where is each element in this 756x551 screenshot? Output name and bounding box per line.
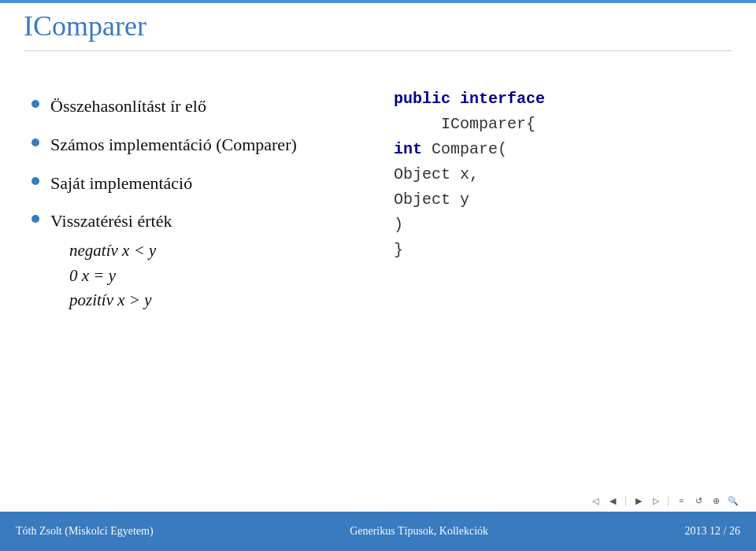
sub-item-text: pozitív x > y xyxy=(69,290,152,309)
code-line-6: ) xyxy=(394,213,732,238)
bullet-dot xyxy=(32,177,39,185)
nav-search-icon[interactable]: 🔍 xyxy=(726,494,740,508)
nav-next-icon[interactable]: ▶ xyxy=(632,494,646,508)
nav-separator: | xyxy=(668,495,669,507)
footer-title: Generikus Típusok, Kollekciók xyxy=(350,525,488,538)
slide-title-container: IComparer xyxy=(24,9,732,51)
code-line-3: int Compare( xyxy=(394,137,732,162)
nav-first-icon[interactable]: ◁ xyxy=(588,494,602,508)
bullet-dot xyxy=(32,215,39,223)
code-line-1: public interface xyxy=(394,87,732,112)
list-item: Számos implementáció (Comparer) xyxy=(32,133,370,157)
sub-item-text: 0 x = y xyxy=(69,266,116,285)
nav-menu-icon[interactable]: ≡ xyxy=(674,494,688,508)
code-normal: ) xyxy=(394,216,403,234)
bullet-text: Számos implementáció (Comparer) xyxy=(50,133,370,157)
code-normal: Object x, xyxy=(394,165,479,183)
sub-list-item: negatív x < y xyxy=(69,239,370,264)
footer-author: Tóth Zsolt (Miskolci Egyetem) xyxy=(16,525,154,538)
bullet-text: Visszatérési érték negatív x < y 0 x = y… xyxy=(50,209,370,312)
code-keyword: int xyxy=(394,140,422,158)
sub-list-item: 0 x = y xyxy=(69,264,370,289)
sub-list-item: pozitív x > y xyxy=(69,288,370,313)
footer-page: 2013 12 / 26 xyxy=(685,525,740,538)
list-item: Saját implementáció xyxy=(32,172,370,196)
nav-separator: | xyxy=(624,495,626,507)
bullet-list: Összehasonlítást ír elő Számos implement… xyxy=(32,94,370,313)
code-keyword: public interface xyxy=(394,90,545,108)
nav-refresh-icon[interactable]: ↺ xyxy=(691,494,706,508)
top-accent-bar xyxy=(0,0,756,3)
code-normal: Compare( xyxy=(422,140,507,158)
code-line-7: } xyxy=(394,238,732,263)
nav-prev-icon[interactable]: ◀ xyxy=(606,494,620,508)
bullet-text: Összehasonlítást ír elő xyxy=(50,94,370,119)
list-item: Visszatérési érték negatív x < y 0 x = y… xyxy=(32,209,370,312)
code-line-2: IComparer{ xyxy=(394,112,732,137)
content-area: Összehasonlítást ír elő Számos implement… xyxy=(24,63,732,504)
bullet-text: Saját implementáció xyxy=(50,172,370,196)
bullet-dot xyxy=(32,139,39,146)
nav-icons-bar: ◁ ◀ | ▶ ▷ | ≡ ↺ ⊕ 🔍 xyxy=(588,494,740,508)
nav-last-icon[interactable]: ▷ xyxy=(649,494,663,508)
footer-bar: Tóth Zsolt (Miskolci Egyetem) Generikus … xyxy=(0,512,756,551)
sub-item-text: negatív x < y xyxy=(69,241,156,260)
code-normal: IComparer{ xyxy=(394,115,536,133)
list-item: Összehasonlítást ír elő xyxy=(32,94,370,119)
code-line-5: Object y xyxy=(394,187,732,213)
left-column: Összehasonlítást ír elő Számos implement… xyxy=(24,63,370,327)
code-line-4: Object x, xyxy=(394,162,732,187)
sub-list: negatív x < y 0 x = y pozitív x > y xyxy=(69,239,370,313)
code-normal: } xyxy=(394,241,403,259)
nav-zoom-icon[interactable]: ⊕ xyxy=(709,494,723,508)
code-normal: Object y xyxy=(394,190,469,209)
right-column: public interface IComparer{ int Compare(… xyxy=(370,63,732,263)
slide-title: IComparer xyxy=(24,9,732,43)
bullet-dot xyxy=(32,100,39,108)
code-block: public interface IComparer{ int Compare(… xyxy=(394,87,732,263)
